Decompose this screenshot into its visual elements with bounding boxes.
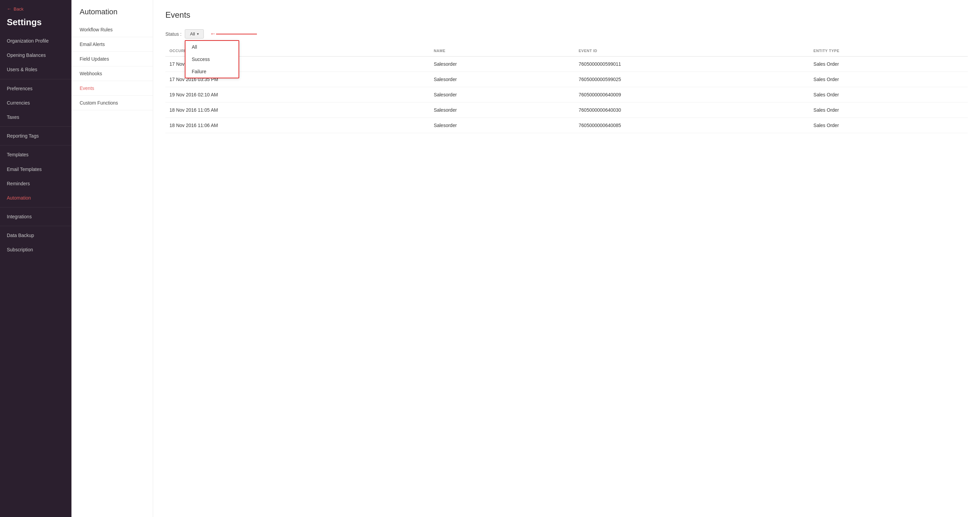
sidebar-item-taxes[interactable]: Taxes (0, 110, 72, 124)
automation-panel-title: Automation (72, 0, 153, 22)
sidebar-item-email-templates[interactable]: Email Templates (0, 162, 72, 176)
cell-event-id-2: 7605000000640009 (575, 87, 810, 102)
sidebar: ← Back Settings Organization Profile Ope… (0, 0, 72, 517)
sidebar-divider-4 (0, 207, 72, 207)
back-arrow-icon: ← (7, 6, 11, 11)
middle-item-custom-functions[interactable]: Custom Functions (72, 96, 153, 110)
middle-item-webhooks[interactable]: Webhooks (72, 66, 153, 81)
cell-name-4[interactable]: Salesorder (430, 118, 575, 133)
cell-occurrence-3: 18 Nov 2016 11:05 AM (165, 102, 430, 118)
page-title: Events (165, 10, 968, 20)
sidebar-item-subscription[interactable]: Subscription (0, 243, 72, 257)
col-header-name: NAME (430, 45, 575, 57)
table-body: 17 Nov 2... Salesorder 7605000000599011 … (165, 57, 968, 133)
sidebar-divider-5 (0, 226, 72, 226)
col-header-event-id: EVENT ID (575, 45, 810, 57)
back-label: Back (14, 6, 24, 11)
sidebar-divider-3 (0, 145, 72, 145)
cell-name-1[interactable]: Salesorder (430, 72, 575, 87)
settings-title: Settings (0, 15, 72, 34)
cell-name-0[interactable]: Salesorder (430, 57, 575, 72)
cell-event-id-3: 7605000000640030 (575, 102, 810, 118)
sidebar-item-reminders[interactable]: Reminders (0, 176, 72, 191)
status-dropdown-button[interactable]: All ▾ (185, 29, 204, 38)
cell-entity-type-1: Sales Order (810, 72, 968, 87)
arrow-line (216, 34, 257, 34)
cell-occurrence-2: 19 Nov 2016 02:10 AM (165, 87, 430, 102)
dropdown-option-all[interactable]: All (185, 41, 239, 53)
middle-item-field-updates[interactable]: Field Updates (72, 52, 153, 66)
annotation-arrow: ← (210, 30, 257, 37)
middle-item-email-alerts[interactable]: Email Alerts (72, 37, 153, 52)
main-content: Events Status : All ▾ All Success Failur… (153, 0, 980, 517)
middle-item-workflow-rules[interactable]: Workflow Rules (72, 22, 153, 37)
cell-entity-type-0: Sales Order (810, 57, 968, 72)
table-row: 18 Nov 2016 11:05 AM Salesorder 76050000… (165, 102, 968, 118)
cell-event-id-4: 7605000000640085 (575, 118, 810, 133)
sidebar-item-templates[interactable]: Templates (0, 147, 72, 162)
dropdown-option-failure[interactable]: Failure (185, 65, 239, 78)
status-dropdown-menu: All Success Failure (185, 40, 239, 78)
table-row: 19 Nov 2016 02:10 AM Salesorder 76050000… (165, 87, 968, 102)
status-dropdown-wrapper: All ▾ All Success Failure (185, 29, 204, 38)
cell-name-2[interactable]: Salesorder (430, 87, 575, 102)
sidebar-item-users-roles[interactable]: Users & Roles (0, 62, 72, 77)
cell-occurrence-4: 18 Nov 2016 11:06 AM (165, 118, 430, 133)
sidebar-item-opening-balances[interactable]: Opening Balances (0, 48, 72, 62)
sidebar-divider-2 (0, 126, 72, 127)
middle-panel: Automation Workflow Rules Email Alerts F… (72, 0, 153, 517)
arrow-left-icon: ← (210, 30, 216, 37)
back-button[interactable]: ← Back (0, 0, 72, 15)
table-row: 18 Nov 2016 11:06 AM Salesorder 76050000… (165, 118, 968, 133)
sidebar-item-integrations[interactable]: Integrations (0, 209, 72, 224)
sidebar-item-preferences[interactable]: Preferences (0, 81, 72, 96)
table-row: 17 Nov 2016 03:35 PM Salesorder 76050000… (165, 72, 968, 87)
cell-event-id-1: 7605000000599025 (575, 72, 810, 87)
col-header-entity-type: ENTITY TYPE (810, 45, 968, 57)
table-header: OCCURRENCE TIME NAME EVENT ID ENTITY TYP… (165, 45, 968, 57)
cell-event-id-0: 7605000000599011 (575, 57, 810, 72)
sidebar-item-currencies[interactable]: Currencies (0, 96, 72, 110)
cell-entity-type-2: Sales Order (810, 87, 968, 102)
filter-row: Status : All ▾ All Success Failure ← (165, 29, 968, 38)
middle-item-events[interactable]: Events (72, 81, 153, 96)
dropdown-option-success[interactable]: Success (185, 53, 239, 65)
sidebar-item-reporting-tags[interactable]: Reporting Tags (0, 129, 72, 143)
chevron-down-icon: ▾ (197, 32, 199, 36)
cell-entity-type-4: Sales Order (810, 118, 968, 133)
events-table: OCCURRENCE TIME NAME EVENT ID ENTITY TYP… (165, 45, 968, 133)
table-row: 17 Nov 2... Salesorder 7605000000599011 … (165, 57, 968, 72)
cell-entity-type-3: Sales Order (810, 102, 968, 118)
status-current-value: All (190, 31, 195, 37)
sidebar-item-data-backup[interactable]: Data Backup (0, 228, 72, 243)
sidebar-item-automation[interactable]: Automation (0, 191, 72, 205)
status-filter-label: Status : (165, 31, 181, 37)
cell-name-3[interactable]: Salesorder (430, 102, 575, 118)
sidebar-item-org-profile[interactable]: Organization Profile (0, 34, 72, 48)
